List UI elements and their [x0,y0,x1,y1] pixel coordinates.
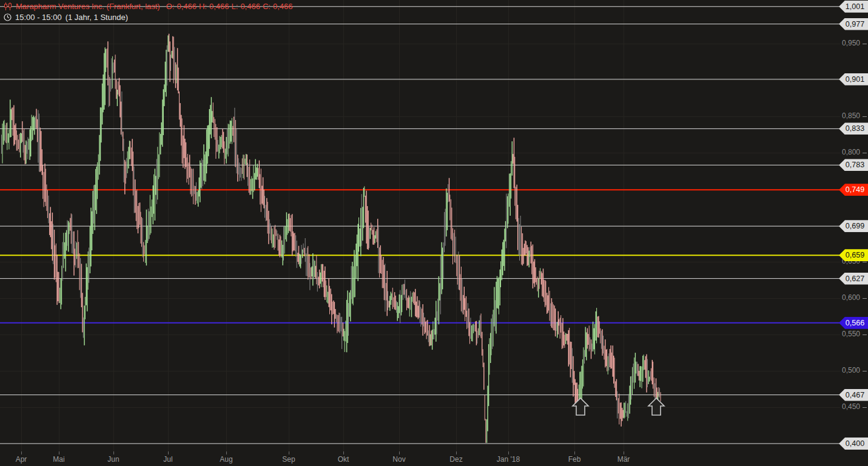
time-axis-month-label: Mär [617,455,630,464]
high-label: H: [199,2,207,11]
time-axis: AprMaiJunJulAugSepOktNovDezJan '18FebMär [0,451,868,466]
time-axis-tick-mark [168,451,169,454]
time-axis-tick-mark [226,451,227,454]
time-axis-tick-mark [508,451,509,454]
close-label: C: [263,2,271,11]
high-value: 0,466 [209,2,229,11]
time-axis-month-label: Apr [16,455,27,464]
time-axis-month-label: Aug [220,455,232,464]
interval-label: (1 Jahr, 1 Stunde) [66,13,128,22]
close-value: 0,466 [273,2,293,11]
time-axis-tick-mark [59,451,59,454]
clock-icon [4,13,12,21]
session-range-label: 15:00 - 15:00 [15,13,62,22]
time-axis-tick-mark [289,451,289,454]
chart-canvas[interactable] [0,0,868,451]
symbol-title: Marapharm Ventures Inc. (Frankfurt, last… [16,2,160,11]
time-axis-month-label: Feb [568,455,581,464]
low-value: 0,466 [240,2,260,11]
time-axis-month-label: Jun [107,455,119,464]
open-value: 0,466 [177,2,197,11]
low-label: L: [232,2,238,11]
time-axis-tick-mark [574,451,575,454]
time-axis-month-label: Mai [53,455,64,464]
time-axis-tick-mark [399,451,400,454]
time-axis-tick-mark [21,451,22,454]
open-label: O: [166,2,175,11]
up-arrow-marker[interactable] [648,398,664,415]
time-axis-tick-mark [113,451,114,454]
time-axis-month-label: Sep [282,455,295,464]
time-axis-month-label: Nov [392,455,405,464]
time-axis-month-label: Okt [338,455,349,464]
chart-header: Marapharm Ventures Inc. (Frankfurt, last… [4,1,295,22]
time-axis-month-label: Jul [163,455,172,464]
time-axis-tick-mark [456,451,457,454]
time-axis-month-label: Jan '18 [497,455,520,464]
time-axis-month-label: Dez [449,455,462,464]
trading-chart-window: 0,9500,8500,8000,6500,6000,5500,5000,450… [0,0,868,466]
time-axis-tick-mark [624,451,624,454]
candlestick-chart-icon [4,2,12,10]
time-axis-tick-mark [343,451,344,454]
